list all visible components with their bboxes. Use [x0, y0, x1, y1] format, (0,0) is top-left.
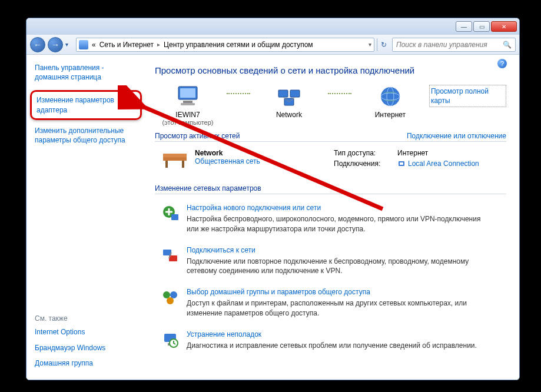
map-computer-sub: (этот компьютер): [155, 119, 221, 126]
help-icon[interactable]: ?: [497, 59, 507, 68]
active-networks-title: Просмотр активных сетей: [155, 132, 240, 140]
navigation-bar: ← → ▾ « Сеть и Интернет ▸ Центр управлен…: [26, 35, 519, 55]
minimize-button[interactable]: —: [456, 21, 472, 32]
connection-name: Local Area Connection: [408, 160, 479, 168]
back-button[interactable]: ←: [30, 37, 45, 52]
highlight-annotation: Изменение параметров адаптера: [30, 90, 142, 119]
setting-connect-network-desc: Подключение или повторное подключение к …: [187, 257, 493, 277]
address-bar[interactable]: « Сеть и Интернет ▸ Центр управления сет…: [76, 38, 374, 52]
settings-list: Настройка нового подключения или сети На…: [155, 199, 506, 358]
svg-rect-17: [400, 162, 403, 165]
connect-network-icon: [161, 246, 180, 265]
access-type-value: Интернет: [397, 149, 428, 157]
see-also-homegroup[interactable]: Домашняя группа: [35, 358, 138, 368]
breadcrumb-seg-1[interactable]: Сеть и Интернет: [99, 41, 154, 49]
map-network-label: Network: [256, 111, 322, 119]
close-button[interactable]: ✕: [491, 21, 517, 32]
setting-connect-network: Подключиться к сети Подключение или повт…: [155, 241, 506, 284]
svg-point-24: [167, 297, 174, 304]
map-network-node: Network: [256, 85, 322, 119]
chevron-right-icon[interactable]: ▸: [157, 41, 160, 48]
window-body: Панель управления - домашняя страница Из…: [26, 55, 519, 380]
svg-point-9: [381, 87, 400, 106]
sidebar-advanced-sharing[interactable]: Изменить дополнительные параметры общего…: [35, 126, 138, 145]
setting-troubleshoot: Устранение неполадок Диагностика и испра…: [155, 325, 506, 358]
page-title: Просмотр основных сведений о сети и наст…: [155, 65, 506, 75]
setting-new-connection-desc: Настройка беспроводного, широкополосного…: [187, 214, 493, 234]
new-connection-icon: [161, 204, 180, 222]
svg-rect-19: [171, 214, 178, 220]
globe-icon: [376, 85, 404, 108]
svg-rect-14: [165, 161, 168, 168]
history-dropdown[interactable]: ▾: [65, 41, 74, 48]
public-network-icon: [161, 149, 189, 170]
addr-prefix: «: [92, 41, 96, 49]
access-type-label: Тип доступа:: [334, 149, 393, 157]
map-connection-line: [227, 93, 250, 105]
svg-rect-15: [182, 161, 184, 168]
map-computer-label: IEWIN7: [155, 111, 221, 119]
search-input[interactable]: [396, 41, 499, 49]
setting-homegroup-link[interactable]: Выбор домашней группы и параметров общег…: [187, 288, 493, 296]
svg-point-23: [170, 291, 177, 298]
setting-new-connection-link[interactable]: Настройка нового подключения или сети: [187, 204, 493, 212]
active-network-row: Network Общественная сеть Тип доступа: И…: [155, 147, 506, 178]
svg-rect-12: [163, 157, 187, 161]
search-icon[interactable]: 🔍: [503, 41, 512, 49]
map-connection-line-2: [328, 93, 351, 105]
svg-rect-1: [180, 88, 195, 98]
maximize-button[interactable]: ▭: [473, 21, 490, 32]
svg-rect-13: [163, 154, 187, 157]
titlebar: — ▭ ✕: [26, 18, 519, 35]
homegroup-icon: [161, 288, 180, 307]
setting-homegroup-desc: Доступ к файлам и принтерам, расположенн…: [187, 298, 493, 318]
network-type-link[interactable]: Общественная сеть: [195, 157, 260, 165]
control-panel-icon: [79, 40, 88, 49]
map-computer-node: IEWIN7 (этот компьютер): [155, 85, 221, 126]
change-settings-title: Изменение сетевых параметров: [155, 184, 261, 192]
svg-rect-3: [181, 103, 195, 105]
ethernet-icon: [397, 160, 406, 168]
svg-rect-2: [183, 101, 192, 103]
addr-dropdown-icon[interactable]: ▾: [369, 41, 371, 48]
svg-rect-4: [278, 90, 288, 97]
breadcrumb-seg-2[interactable]: Центр управления сетями и общим доступом: [164, 41, 313, 49]
network-icon: [275, 85, 303, 108]
map-internet-node: Интернет: [357, 85, 423, 119]
map-internet-label: Интернет: [357, 111, 423, 119]
main-content: Просмотр основных сведений о сети и наст…: [144, 55, 519, 380]
search-box[interactable]: 🔍: [392, 38, 516, 52]
active-networks-header: Просмотр активных сетей Подключение или …: [155, 132, 506, 142]
see-also-internet-options[interactable]: Internet Options: [35, 327, 138, 337]
connections-label: Подключения:: [334, 160, 393, 168]
see-also-header: См. также: [35, 314, 138, 323]
troubleshoot-icon: [161, 330, 180, 349]
sidebar: Панель управления - домашняя страница Из…: [26, 55, 144, 380]
setting-connect-network-link[interactable]: Подключиться к сети: [187, 246, 493, 254]
refresh-button[interactable]: ↻: [377, 38, 390, 51]
computer-icon: [174, 85, 202, 108]
setting-troubleshoot-desc: Диагностика и исправление сетевых пробле…: [187, 341, 477, 351]
svg-rect-5: [290, 90, 300, 97]
change-settings-header: Изменение сетевых параметров: [155, 184, 506, 194]
connect-disconnect-link[interactable]: Подключение или отключение: [407, 132, 506, 140]
sidebar-home-link[interactable]: Панель управления - домашняя страница: [35, 63, 138, 82]
network-map: IEWIN7 (этот компьютер) Network Интернет: [155, 85, 506, 126]
control-panel-window: — ▭ ✕ ← → ▾ « Сеть и Интернет ▸ Центр уп…: [26, 18, 520, 380]
view-full-map-link[interactable]: Просмотр полной карты: [429, 85, 506, 107]
svg-point-22: [163, 291, 170, 298]
setting-troubleshoot-link[interactable]: Устранение неполадок: [187, 330, 477, 338]
network-name: Network: [195, 149, 260, 157]
sidebar-adapter-settings[interactable]: Изменение параметров адаптера: [36, 95, 135, 114]
see-also-firewall[interactable]: Брандмауэр Windows: [35, 343, 138, 353]
setting-homegroup: Выбор домашней группы и параметров общег…: [155, 283, 506, 325]
connection-link[interactable]: Local Area Connection: [397, 160, 479, 168]
setting-new-connection: Настройка нового подключения или сети На…: [155, 199, 506, 241]
forward-button[interactable]: →: [48, 37, 63, 52]
